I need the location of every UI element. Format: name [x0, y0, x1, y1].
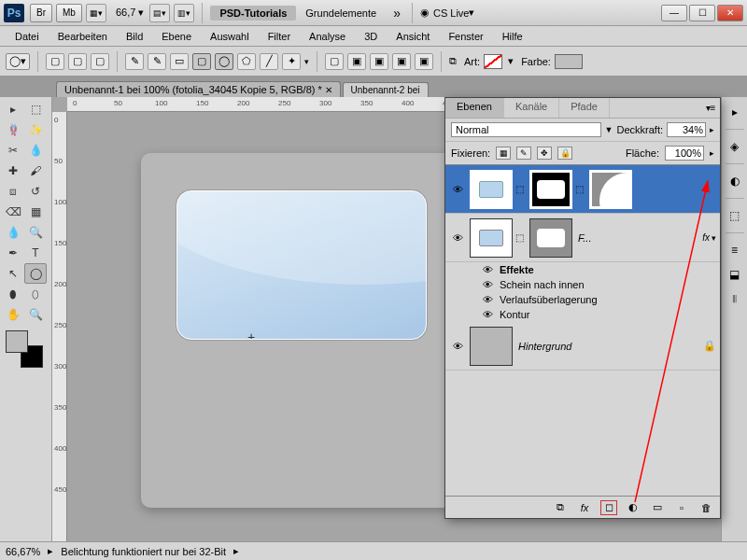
visibility-eye-icon[interactable]: 👁 [483, 264, 494, 275]
lock-all-icon[interactable]: 🔒 [557, 147, 572, 160]
effect-inner-glow[interactable]: Schein nach innen [500, 279, 585, 290]
layer-row-active[interactable]: 👁 ⬚ ⬚ [445, 165, 720, 214]
adjustment-layer-button[interactable]: ◐ [625, 500, 641, 515]
layer-name[interactable]: F... [578, 232, 591, 244]
dodge-tool[interactable]: 🔍 [24, 222, 47, 243]
fill-color-swatch[interactable] [555, 54, 583, 69]
menu-3d[interactable]: 3D [355, 31, 387, 42]
styles-panel-icon[interactable]: ⬓ [726, 265, 744, 284]
3d-tool[interactable]: ⬮ [2, 284, 24, 304]
layer-style-button[interactable]: fx [576, 500, 593, 515]
new-group-button[interactable]: ▭ [649, 500, 666, 515]
pathop-subtract[interactable]: ▣ [370, 53, 388, 70]
brush-tool[interactable]: 🖌 [24, 161, 47, 181]
gradient-tool[interactable]: ▦ [24, 202, 47, 222]
menu-filter[interactable]: Filter [259, 31, 300, 42]
doc-tab-2[interactable]: Unbenannt-2 bei [343, 82, 429, 97]
layer-fx-badge[interactable]: fx [702, 232, 710, 243]
crop-tool[interactable]: ✂ [2, 140, 24, 161]
layer-name[interactable]: Hintergrund [518, 341, 571, 352]
visibility-eye-icon[interactable]: 👁 [483, 294, 494, 305]
layer-thumbnail[interactable] [470, 170, 513, 209]
shape-rounded-rect[interactable]: ▢ [192, 53, 211, 70]
zoom-tool[interactable]: 🔍 [24, 304, 47, 325]
workspace-tab-grundelemente[interactable]: Grundelemente [296, 6, 386, 21]
workspace-tab-psd-tutorials[interactable]: PSD-Tutorials [210, 6, 296, 21]
menu-hilfe[interactable]: Hilfe [493, 31, 532, 42]
layers-panel-icon[interactable]: ◈ [726, 137, 744, 156]
ellipse-shape-tool[interactable]: ◯ [24, 263, 47, 284]
shape-line[interactable]: ╱ [260, 53, 278, 70]
window-maximize-button[interactable]: ☐ [689, 5, 715, 21]
delete-layer-button[interactable]: 🗑 [698, 500, 714, 515]
marquee-tool[interactable]: ⬚ [24, 99, 47, 119]
cs-live-button[interactable]: ◉ CS Live ▾ [420, 7, 475, 19]
eyedropper-tool[interactable]: 💧 [24, 140, 47, 161]
mask-link-icon[interactable]: ⬚ [513, 184, 526, 194]
status-nav-icon[interactable]: ▸ [48, 545, 53, 557]
visibility-eye-icon[interactable]: 👁 [483, 279, 494, 290]
tab-ebenen[interactable]: Ebenen [445, 98, 504, 118]
paragraph-panel-icon[interactable]: ≡ [726, 241, 744, 259]
3d-camera-tool[interactable]: ⬯ [24, 284, 47, 304]
menu-analyse[interactable]: Analyse [300, 31, 355, 42]
pathop-exclude[interactable]: ▣ [415, 53, 433, 70]
lock-image-icon[interactable]: ✎ [516, 147, 531, 160]
layer-thumbnail[interactable] [470, 327, 513, 366]
window-close-button[interactable]: ✕ [717, 5, 743, 21]
tab-pfade[interactable]: Pfade [559, 98, 610, 118]
visibility-eye-icon[interactable]: 👁 [449, 341, 466, 352]
status-zoom[interactable]: 66,67% [6, 546, 40, 557]
tab-kanale[interactable]: Kanäle [504, 98, 559, 118]
effect-stroke[interactable]: Kontur [500, 309, 529, 320]
title-zoom[interactable]: 66,7 ▾ [116, 7, 144, 19]
vector-mask-thumbnail[interactable] [589, 170, 632, 209]
mask-link-icon[interactable]: ⬚ [513, 232, 526, 243]
opacity-input[interactable]: 34% [667, 122, 706, 137]
minibridge-button[interactable]: Mb [56, 4, 82, 22]
adjustments-panel-icon[interactable]: ◐ [726, 172, 744, 190]
blur-tool[interactable]: 💧 [2, 222, 24, 243]
menu-bild[interactable]: Bild [117, 31, 152, 42]
add-mask-button[interactable]: ◻ [600, 500, 617, 515]
bridge-button[interactable]: Br [30, 4, 52, 22]
window-minimize-button[interactable]: — [661, 5, 687, 21]
lock-transparent-icon[interactable]: ▦ [496, 147, 511, 160]
blend-mode-select[interactable]: Normal [451, 122, 601, 137]
mode-path[interactable]: ▢ [68, 53, 87, 70]
stamp-tool[interactable]: ⧇ [2, 181, 24, 202]
visibility-eye-icon[interactable]: 👁 [449, 232, 466, 244]
hand-tool[interactable]: ✋ [2, 304, 24, 325]
foreground-color-swatch[interactable] [6, 330, 28, 353]
menu-bearbeiten[interactable]: Bearbeiten [49, 31, 117, 42]
path-select-tool[interactable]: ↖ [2, 263, 24, 284]
pen-tool[interactable]: ✒ [2, 243, 24, 263]
align-panel-icon[interactable]: ⫴ [726, 289, 744, 308]
stroke-style-swatch[interactable] [484, 54, 502, 69]
menu-auswahl[interactable]: Auswahl [201, 31, 259, 42]
shape-custom[interactable]: ✦ [282, 53, 301, 70]
shape-polygon[interactable]: ⬠ [237, 53, 256, 70]
layer-row-background[interactable]: 👁 Hintergrund 🔒 [445, 322, 720, 371]
menu-ebene[interactable]: Ebene [152, 31, 201, 42]
menu-fenster[interactable]: Fenster [439, 31, 492, 42]
move-tool[interactable]: ▸ [2, 99, 24, 119]
vector-mask-thumbnail[interactable] [529, 218, 572, 258]
view-extras-button[interactable]: ▤▾ [149, 4, 170, 22]
link-icon[interactable]: ⧉ [449, 55, 457, 67]
history-brush-tool[interactable]: ↺ [24, 181, 47, 202]
layer-row-shape[interactable]: 👁 ⬚ F... fx ▾ [445, 214, 720, 262]
pen-icon[interactable]: ✎ [125, 53, 144, 70]
pathop-add[interactable]: ▣ [347, 53, 366, 70]
menu-ansicht[interactable]: Ansicht [387, 31, 439, 42]
doc-tab-1[interactable]: Unbenannt-1 bei 100% (fotolia_34045 Kopi… [56, 81, 341, 97]
fill-input[interactable]: 100% [665, 146, 704, 161]
pathop-new[interactable]: ▢ [325, 53, 344, 70]
screen-mode-button[interactable]: ▦▾ [86, 4, 106, 22]
layer-thumbnail[interactable] [470, 218, 513, 258]
arrange-documents-button[interactable]: ▥▾ [174, 4, 194, 22]
vector-mask-link-icon[interactable]: ⬚ [572, 184, 585, 194]
lock-position-icon[interactable]: ✥ [537, 147, 552, 160]
tool-preset-button[interactable]: ◯▾ [6, 53, 30, 70]
shape-rect[interactable]: ▭ [170, 53, 189, 70]
